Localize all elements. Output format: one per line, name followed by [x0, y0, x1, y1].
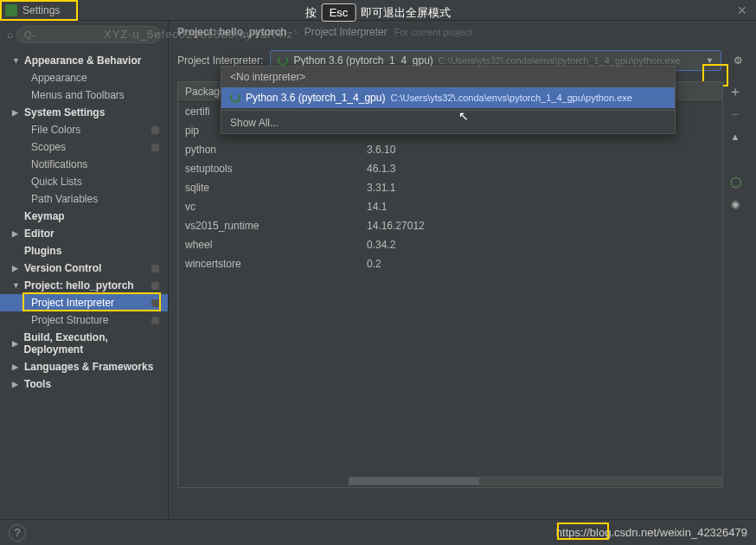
sidebar-item-label: Menus and Toolbars — [31, 89, 125, 101]
cell-version: 0.34.2 — [360, 237, 722, 253]
window-title: Settings — [22, 4, 60, 16]
sidebar-item-label: Appearance — [31, 72, 87, 84]
sidebar-item-label: Project: hello_pytorch — [24, 279, 134, 292]
cell-version: 14.16.27012 — [360, 218, 722, 234]
dropdown-path: C:\Users\yts32\.conda\envs\pytorch_1_4_g… — [390, 93, 631, 103]
sidebar-item-appearance[interactable]: Appearance — [0, 69, 168, 87]
horizontal-scrollbar[interactable] — [349, 476, 721, 486]
cell-name: wincertstore — [178, 256, 360, 272]
add-package-button[interactable]: ＋ — [727, 83, 744, 100]
interpreter-version: Python 3.6 (pytorch_1_4_gpu) — [293, 54, 432, 67]
remove-package-button[interactable]: － — [727, 106, 744, 123]
sidebar-item-label: Version Control — [24, 262, 101, 274]
sidebar-item-plugins[interactable]: Plugins — [0, 242, 168, 260]
sidebar-item-label: Plugins — [24, 245, 61, 257]
sidebar-item-label: Tools — [24, 378, 51, 390]
breadcrumb-note: For current project — [394, 27, 472, 37]
sidebar-item-file-colors[interactable]: File Colors — [0, 121, 168, 138]
package-area: Package certifipippython3.6.10setuptools… — [177, 81, 747, 488]
sidebar: ⌕ ▼Appearance & BehaviorAppearanceMenus … — [0, 21, 169, 519]
interpreter-path: C:\Users\yts32\.conda\envs\pytorch_1_4_g… — [439, 55, 680, 66]
help-button[interactable]: ? — [9, 524, 26, 542]
sidebar-item-label: Keymap — [24, 210, 65, 222]
dropdown-version: Python 3.6 (pytorch_1_4_gpu) — [246, 92, 385, 104]
close-icon[interactable]: ✕ — [737, 3, 747, 17]
table-row[interactable]: wheel0.34.2 — [178, 235, 722, 254]
cursor-icon: ↖ — [458, 109, 469, 123]
show-early-icon[interactable]: ◉ — [727, 196, 744, 213]
settings-tree: ▼Appearance & BehaviorAppearanceMenus an… — [0, 48, 168, 396]
cell-name: wheel — [178, 237, 360, 253]
arrow-icon: ▶ — [12, 339, 20, 348]
sidebar-item-label: Project Structure — [31, 314, 108, 326]
arrow-icon: ▶ — [12, 362, 21, 371]
sidebar-item-notifications[interactable]: Notifications — [0, 156, 168, 173]
project-badge-icon — [151, 265, 159, 272]
sidebar-item-system-settings[interactable]: ▶System Settings — [0, 104, 168, 121]
sidebar-item-path-variables[interactable]: Path Variables — [0, 190, 168, 208]
sidebar-item-label: File Colors — [31, 124, 80, 136]
sidebar-item-keymap[interactable]: Keymap — [0, 208, 168, 225]
arrow-icon: ▶ — [12, 380, 21, 388]
table-row[interactable]: wincertstore0.2 — [178, 254, 722, 273]
sidebar-item-label: Scopes — [31, 141, 66, 153]
cell-name: vc — [178, 199, 360, 215]
sidebar-item-build-execution-deployment[interactable]: ▶Build, Execution, Deployment — [0, 329, 168, 358]
project-badge-icon — [151, 317, 159, 324]
sidebar-item-label: Appearance & Behavior — [24, 54, 141, 67]
sidebar-item-languages-frameworks[interactable]: ▶Languages & Frameworks — [0, 358, 168, 375]
chevron-down-icon: ▼ — [706, 56, 714, 65]
footer: ? https://blog.csdn.net/weixin_42326479 — [0, 519, 756, 545]
sidebar-item-editor[interactable]: ▶Editor — [0, 225, 168, 242]
cell-version: 46.1.3 — [360, 161, 722, 176]
interpreter-dropdown-menu: <No interpreter> Python 3.6 (pytorch_1_4… — [221, 66, 676, 134]
arrow-icon: ▼ — [12, 56, 21, 65]
sidebar-item-label: Project Interpreter — [31, 297, 114, 309]
esc-key: Esc — [322, 3, 356, 22]
hint-pre: 按 — [305, 5, 317, 21]
interpreter-label: Project Interpreter: — [177, 54, 263, 67]
sidebar-item-appearance-behavior[interactable]: ▼Appearance & Behavior — [0, 52, 168, 69]
sidebar-item-scopes[interactable]: Scopes — [0, 138, 168, 156]
app-icon — [5, 4, 17, 16]
sidebar-item-version-control[interactable]: ▶Version Control — [0, 260, 168, 277]
table-row[interactable]: sqlite3.31.1 — [178, 178, 722, 197]
table-row[interactable]: setuptools46.1.3 — [178, 159, 722, 178]
project-badge-icon — [151, 126, 159, 134]
sidebar-item-label: Quick Lists — [31, 176, 82, 188]
cell-version: 3.31.1 — [360, 180, 722, 196]
sidebar-item-tools[interactable]: ▶Tools — [0, 375, 168, 393]
sidebar-item-label: Build, Execution, Deployment — [23, 331, 163, 356]
search-icon: ⌕ — [7, 29, 13, 41]
menu-separator — [221, 110, 675, 111]
table-row[interactable]: python3.6.10 — [178, 140, 722, 159]
no-interpreter-item[interactable]: <No interpreter> — [221, 67, 675, 87]
cell-name: sqlite — [178, 180, 360, 196]
cell-version: 0.2 — [360, 256, 722, 272]
sidebar-item-project-structure[interactable]: Project Structure — [0, 311, 168, 329]
package-table: Package certifipippython3.6.10setuptools… — [177, 81, 723, 488]
chevron-right-icon: › — [294, 26, 298, 38]
arrow-icon: ▶ — [12, 229, 21, 238]
sidebar-item-project-hello-pytorch[interactable]: ▼Project: hello_pytorch — [0, 277, 168, 294]
sidebar-item-label: Editor — [24, 228, 54, 240]
sidebar-item-project-interpreter[interactable]: Project Interpreter — [0, 294, 168, 311]
cell-version: 14.1 — [360, 199, 722, 215]
project-badge-icon — [151, 299, 159, 307]
cell-version: 3.6.10 — [360, 142, 722, 157]
interpreter-item-selected[interactable]: Python 3.6 (pytorch_1_4_gpu) C:\Users\yt… — [221, 87, 675, 108]
table-row[interactable]: vc14.1 — [178, 197, 722, 216]
breadcrumb-leaf: Project Interpreter — [304, 26, 388, 38]
sidebar-item-quick-lists[interactable]: Quick Lists — [0, 173, 168, 190]
fullscreen-hint: 按 Esc 即可退出全屏模式 — [305, 3, 452, 22]
sidebar-item-label: Path Variables — [31, 193, 98, 205]
gear-icon[interactable]: ⚙ — [728, 51, 747, 70]
sidebar-item-menus-and-toolbars[interactable]: Menus and Toolbars — [0, 87, 168, 104]
show-all-item[interactable]: Show All... — [221, 112, 675, 133]
conda-mode-icon[interactable]: ◯ — [727, 173, 744, 190]
upgrade-package-button[interactable]: ▲ — [727, 128, 744, 145]
arrow-icon: ▼ — [12, 281, 21, 290]
arrow-icon: ▶ — [12, 264, 21, 272]
table-row[interactable]: vs2015_runtime14.16.27012 — [178, 216, 722, 235]
hint-post: 即可退出全屏模式 — [361, 5, 451, 21]
